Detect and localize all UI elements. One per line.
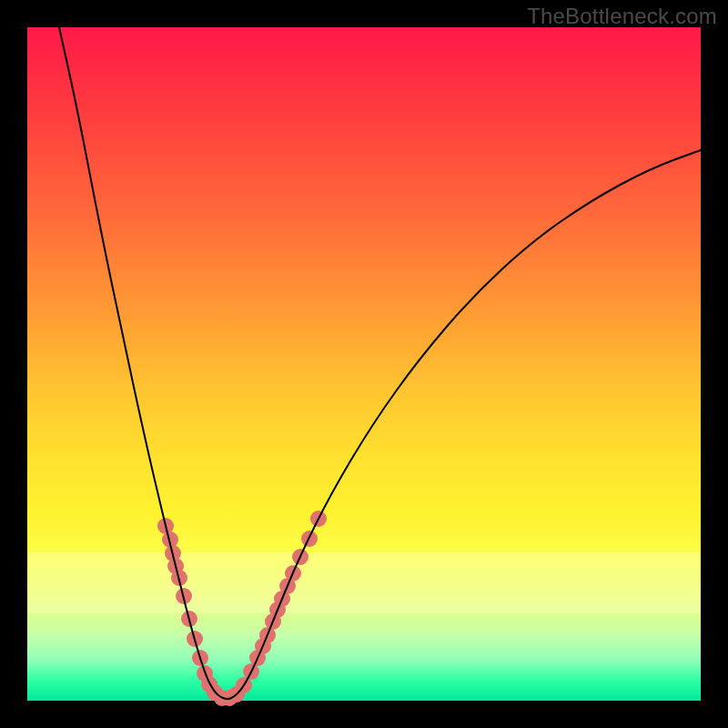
bottleneck-curve xyxy=(59,27,701,699)
dots-group xyxy=(157,511,327,706)
plot-area xyxy=(27,27,701,701)
chart-svg xyxy=(27,27,701,701)
watermark-label: TheBottleneck.com xyxy=(527,4,717,29)
outer-frame: TheBottleneck.com xyxy=(0,0,728,728)
